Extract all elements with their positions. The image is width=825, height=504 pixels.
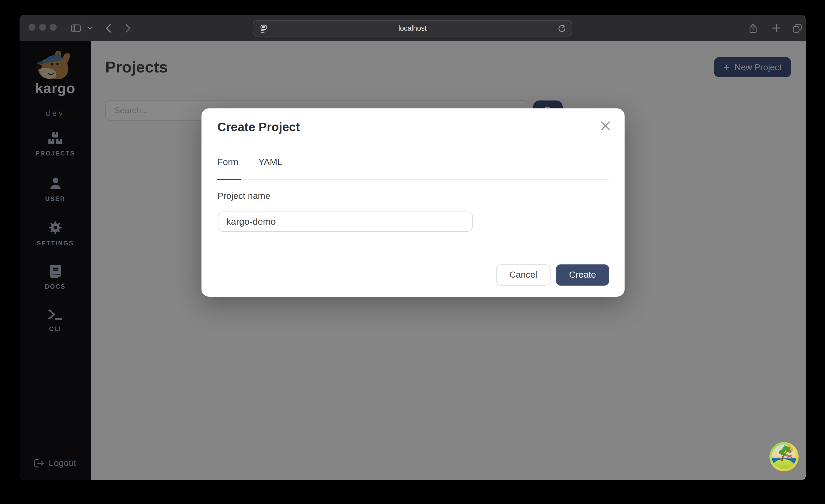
tab-form[interactable]: Form: [217, 157, 238, 168]
address-bar[interactable]: localhost: [253, 20, 572, 37]
project-name-label: Project name: [217, 191, 270, 202]
create-button[interactable]: Create: [556, 265, 609, 286]
tab-yaml[interactable]: YAML: [258, 157, 282, 168]
share-icon[interactable]: [748, 15, 758, 41]
desktop: localhost: [0, 0, 825, 504]
traffic-zoom-button[interactable]: [50, 24, 57, 31]
traffic-minimize-button[interactable]: [39, 24, 46, 31]
modal-tabs: Form YAML: [217, 157, 282, 168]
toolbar-divider: [84, 22, 84, 34]
back-icon[interactable]: [104, 15, 112, 41]
forward-icon[interactable]: [124, 15, 132, 41]
tab-divider: [217, 179, 609, 180]
tab-overview-icon[interactable]: [792, 15, 802, 41]
active-tab-indicator: [217, 178, 241, 181]
chevron-down-icon[interactable]: [86, 15, 94, 41]
page-settings-icon[interactable]: [260, 24, 267, 32]
cancel-button[interactable]: Cancel: [496, 265, 550, 286]
modal-title: Create Project: [217, 120, 300, 134]
reload-icon[interactable]: [558, 24, 566, 32]
project-name-input[interactable]: [218, 212, 473, 232]
url-text: localhost: [267, 24, 558, 32]
traffic-close-button[interactable]: [28, 24, 35, 31]
create-project-modal: Create Project Form YAML Project name Ca…: [202, 109, 624, 297]
sidebar-toggle-icon[interactable]: [69, 15, 82, 41]
browser-window: localhost: [19, 15, 806, 480]
page-viewport: kargo dev: [19, 41, 806, 480]
new-tab-icon[interactable]: [771, 15, 781, 41]
island-badge[interactable]: [769, 442, 799, 472]
close-icon[interactable]: [601, 121, 610, 131]
browser-titlebar: localhost: [19, 15, 806, 41]
